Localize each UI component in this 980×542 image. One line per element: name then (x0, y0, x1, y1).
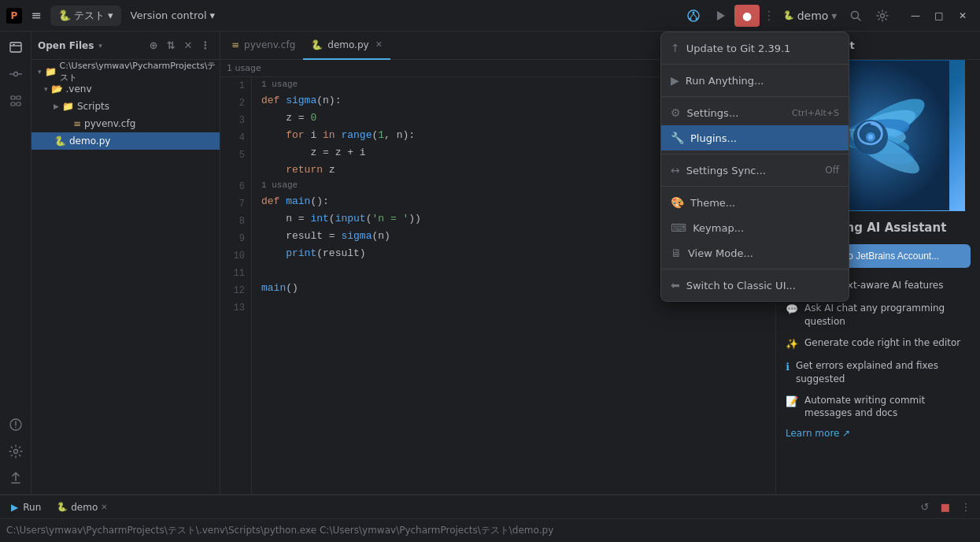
ai-feature-3: ✨ Generate code right in the editor (786, 336, 971, 351)
sync-icon: ↔ (671, 164, 680, 176)
dropdown-keymap-label: Keymap... (693, 222, 744, 234)
learn-more-label: Learn more ↗ (786, 428, 850, 439)
ai-feature-5-icon: 📝 (786, 395, 798, 409)
dropdown-item-plugins[interactable]: 🔧 Plugins... (661, 125, 849, 150)
svg-point-21 (13, 450, 17, 454)
run-tab-bar: ▶ Run 🐍 demo ✕ ↺ ■ ⋮ (0, 495, 980, 518)
new-file-btn[interactable]: ⊕ (146, 38, 161, 54)
dropdown-item-sync[interactable]: ↔ Settings Sync... Off (661, 158, 849, 183)
dropdown-divider-4 (661, 186, 849, 187)
dropdown-item-keymap[interactable]: ⌨ Keymap... (661, 215, 849, 240)
root-label: C:\Users\ymwav\PycharmProjects\テスト (60, 60, 216, 84)
record-btn[interactable]: ● (734, 5, 760, 27)
settings-btn[interactable] (870, 5, 895, 27)
ai-feature-2: 💬 Ask AI chat any programming question (786, 302, 971, 329)
collapse-all-btn[interactable]: ⇅ (163, 38, 179, 54)
svg-point-2 (690, 17, 692, 20)
ai-feature-5-text: Automate writing commit messages and doc… (804, 394, 971, 421)
dropdown-item-classicui[interactable]: ⬅ Switch to Classic UI... (661, 273, 849, 298)
tree-item-demo[interactable]: 🐍 demo.py (31, 132, 220, 150)
run-tab[interactable]: ▶ Run (3, 497, 49, 518)
root-folder-icon: 📁 (45, 66, 57, 77)
run-restart-btn[interactable]: ↺ (917, 499, 933, 515)
run-demo-close[interactable]: ✕ (101, 503, 107, 511)
root-arrow: ▾ (38, 68, 42, 76)
dropdown-theme-label: Theme... (690, 197, 735, 209)
tree-item-scripts[interactable]: ▶ 📁 Scripts (31, 98, 220, 115)
run-panel-actions: ↺ ■ ⋮ (917, 499, 977, 515)
classicui-icon: ⬅ (671, 279, 680, 291)
code-line-13 (261, 314, 766, 331)
tab-pyvenv[interactable]: ≡ pyvenv.cfg (224, 32, 303, 60)
hamburger-menu[interactable]: ≡ (25, 5, 47, 27)
left-sidebar (0, 32, 31, 494)
git-icon-btn[interactable] (681, 5, 706, 27)
sidebar-icon-project[interactable] (3, 35, 28, 60)
demo-caret: ▾ (831, 9, 837, 22)
minimize-btn[interactable]: — (904, 5, 926, 27)
close-btn[interactable]: ✕ (952, 5, 974, 27)
ai-feature-4-icon: ℹ️ (786, 360, 790, 374)
sep1: ⋮ (763, 8, 775, 23)
settings-dropdown-icon: ⚙ (671, 106, 681, 119)
dropdown-settings-label: Settings... (687, 107, 739, 119)
svg-rect-16 (11, 102, 15, 106)
run-stop-btn[interactable]: ■ (937, 499, 953, 515)
ai-feature-5: 📝 Automate writing commit messages and d… (786, 394, 971, 421)
sidebar-icon-problems[interactable] (3, 412, 28, 437)
update-icon: ↑ (671, 42, 680, 54)
dropdown-run-label: Run Anything... (686, 75, 764, 87)
sidebar-icon-structure[interactable] (3, 88, 28, 113)
project-selector[interactable]: 🐍 テスト ▾ (50, 6, 121, 26)
status-bar: C:\Users\ymwav\PycharmProjects\テスト\.venv… (0, 518, 980, 542)
demo-run-selector[interactable]: 🐍 demo ▾ (778, 5, 841, 27)
svg-point-32 (868, 135, 873, 139)
dropdown-divider-3 (661, 154, 849, 154)
dropdown-item-viewmode[interactable]: 🖥 View Mode... (661, 240, 849, 265)
ai-feature-3-icon: ✨ (786, 337, 798, 351)
open-files-caret[interactable]: ▾ (98, 42, 102, 50)
demo-tab-icon: 🐍 (311, 39, 323, 50)
dropdown-divider-5 (661, 269, 849, 269)
vc-label: Version control (131, 9, 207, 21)
dropdown-item-run[interactable]: ▶ Run Anything... (661, 68, 849, 93)
open-files-label: Open Files (38, 40, 94, 51)
svg-rect-10 (13, 44, 15, 45)
demo-label: demo.py (69, 136, 110, 147)
tab-demo[interactable]: 🐍 demo.py ✕ (303, 32, 390, 60)
run-more-btn[interactable]: ⋮ (958, 499, 974, 515)
scripts-icon: 📁 (62, 101, 74, 112)
close-tab-btn[interactable]: ✕ (180, 38, 196, 54)
search-btn[interactable] (843, 5, 868, 27)
demo-tab-close[interactable]: ✕ (375, 39, 383, 50)
window-controls: — □ ✕ (904, 5, 974, 27)
dropdown-item-theme[interactable]: 🎨 Theme... (661, 190, 849, 215)
tree-more-btn[interactable]: ⋮ (198, 38, 213, 54)
svg-rect-15 (17, 96, 20, 99)
viewmode-icon: 🖥 (671, 247, 682, 259)
run-anything-icon: ▶ (671, 74, 679, 87)
tree-item-pyvenv[interactable]: ≡ pyvenv.cfg (31, 115, 220, 132)
run-demo-tab[interactable]: 🐍 demo ✕ (52, 502, 112, 513)
version-control-menu[interactable]: Version control ▾ (124, 6, 222, 24)
file-tree-header: Open Files ▾ ⊕ ⇅ ✕ ⋮ (31, 32, 220, 60)
dropdown-item-settings[interactable]: ⚙ Settings... Ctrl+Alt+S (661, 100, 849, 125)
dropdown-plugins-label: Plugins... (690, 132, 737, 144)
file-tree-content: ▾ 📁 C:\Users\ymwav\PycharmProjects\テスト ▾… (31, 60, 220, 153)
tree-root[interactable]: ▾ 📁 C:\Users\ymwav\PycharmProjects\テスト (31, 63, 220, 80)
run-icon-btn[interactable] (708, 5, 733, 27)
usage-hint-1: 1 usage (227, 63, 261, 73)
maximize-btn[interactable]: □ (928, 5, 950, 27)
dropdown-item-update[interactable]: ↑ Update to Git 2.39.1 (661, 35, 849, 61)
svg-point-3 (696, 17, 698, 20)
ai-feature-3-text: Generate code right in the editor (804, 336, 960, 350)
sidebar-icon-git-push[interactable] (3, 466, 28, 491)
run-tab-icon: ▶ (11, 502, 18, 513)
sidebar-icon-commits[interactable] (3, 61, 28, 87)
learn-more-link[interactable]: Learn more ↗ (786, 428, 971, 439)
svg-point-1 (693, 11, 695, 13)
project-icon: 🐍 (58, 9, 71, 21)
sidebar-icon-settings[interactable] (3, 439, 28, 464)
scripts-arrow: ▶ (54, 102, 59, 110)
plugins-icon: 🔧 (671, 132, 684, 144)
